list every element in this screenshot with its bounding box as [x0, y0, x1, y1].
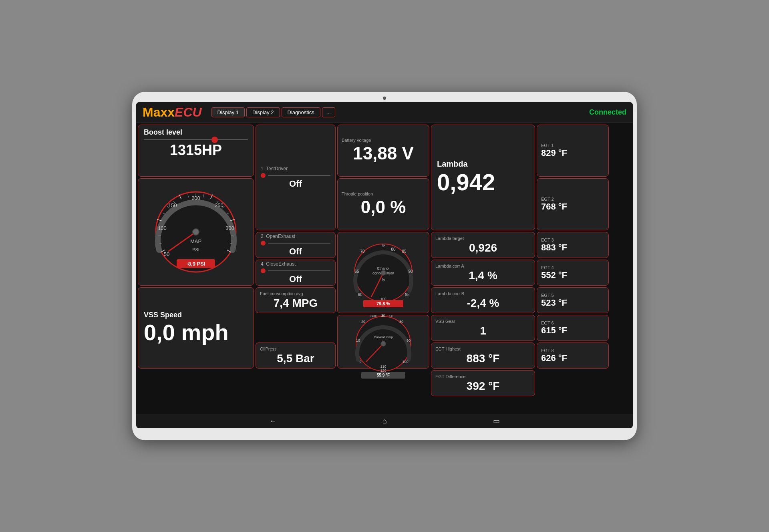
vss-speed-label: VSS Speed — [144, 311, 182, 319]
vss-gear-label: VSS Gear — [435, 319, 455, 324]
lambda-label: Lambda — [437, 159, 468, 169]
svg-text:79,8 %: 79,8 % — [376, 301, 390, 306]
svg-text:95: 95 — [405, 292, 410, 297]
boost-label: Boost level — [144, 128, 182, 137]
egt6-value: 615 °F — [541, 325, 567, 336]
egt5-value: 523 °F — [541, 298, 567, 308]
lambda-corr-a-value: 1,4 % — [469, 269, 497, 282]
vss-speed-value: 0,0 mph — [144, 319, 229, 345]
oil-press-label: OilPress — [260, 347, 277, 351]
connection-status: Connected — [589, 108, 626, 117]
egt5-widget: EGT 5 523 °F — [537, 287, 609, 313]
screen: MaxxECU Display 1 Display 2 Diagnostics … — [136, 102, 633, 428]
open-exhaust-track — [268, 243, 330, 244]
svg-text:PSI: PSI — [192, 247, 199, 252]
lambda-corr-b-value: -2,4 % — [467, 297, 499, 310]
test-driver-label: 1. TestDriver — [261, 166, 288, 171]
lambda-target-widget: Lambda target 0,926 — [431, 232, 535, 258]
lambda-corr-b-widget: Lambda corr B -2,4 % — [431, 287, 535, 313]
egt-diff-value: 392 °F — [467, 380, 500, 393]
vss-speed-widget: VSS Speed 0,0 mph — [138, 287, 254, 369]
tab-bar: Display 1 Display 2 Diagnostics ... — [211, 107, 335, 117]
egt-diff-label: EGT Difference — [435, 374, 465, 379]
egt8-label: EGT 8 — [541, 348, 554, 353]
map-gauge-widget: 50 100 150 200 250 300 MAP PSI — [138, 178, 254, 286]
coolant-gauge-widget: 0 10 20 30 40 50 60 70 80 90 100 110 120 — [337, 315, 429, 369]
open-exhaust-value: Off — [261, 246, 330, 257]
recent-button[interactable]: ▭ — [493, 417, 500, 425]
egt8-widget: EGT 8626 °F — [537, 343, 609, 369]
egt1-value: 829 °F — [541, 148, 567, 158]
egt-difference-widget: EGT Difference392 °F — [431, 370, 535, 396]
lambda-corr-a-widget: Lambda corr A 1,4 % — [431, 260, 535, 286]
nav-bar: ← ⌂ ▭ — [136, 414, 633, 428]
fuel-consumption-widget: Fuel consumption avg 7,4 MPG — [256, 287, 336, 313]
boost-widget: Boost level 1315HP — [138, 125, 254, 177]
svg-text:100: 100 — [158, 225, 167, 231]
tab-diagnostics[interactable]: Diagnostics — [282, 107, 320, 117]
throttle-value: 0,0 % — [361, 197, 406, 217]
svg-text:75: 75 — [381, 244, 386, 248]
home-button[interactable]: ⌂ — [382, 417, 387, 425]
egt4-value: 552 °F — [541, 270, 567, 280]
battery-label: Battery voltage — [342, 138, 371, 143]
svg-text:Coolant temp: Coolant temp — [374, 335, 393, 339]
svg-text:20: 20 — [361, 320, 365, 324]
svg-point-31 — [193, 229, 199, 235]
tab-display2[interactable]: Display 2 — [246, 107, 280, 117]
boost-value: 1315HP — [144, 142, 248, 159]
egt-highest-widget: EGT Highest 883 °F — [431, 343, 535, 369]
boost-slider-thumb — [211, 137, 218, 143]
egt1-widget: EGT 1 829 °F — [537, 125, 609, 177]
tab-display1[interactable]: Display 1 — [211, 107, 245, 117]
test-driver-value: Off — [261, 179, 330, 189]
svg-text:65: 65 — [354, 269, 359, 274]
camera — [383, 97, 386, 100]
svg-text:90: 90 — [407, 339, 411, 343]
logo-ecu: ECU — [175, 105, 202, 119]
test-driver-slider — [261, 173, 330, 178]
boost-slider — [144, 139, 248, 140]
svg-text:90: 90 — [408, 269, 413, 274]
lambda-value: 0,942 — [437, 169, 495, 195]
close-exhaust-slider — [261, 268, 330, 273]
logo-maxx: Maxx — [143, 105, 175, 119]
lambda-corr-b-label: Lambda corr B — [435, 291, 464, 296]
open-exhaust-label: 2. OpenExhaust — [261, 234, 295, 239]
map-gauge-svg: 50 100 150 200 250 300 MAP PSI — [152, 188, 240, 276]
svg-text:100: 100 — [402, 360, 408, 364]
coolant-gauge-svg: 0 10 20 30 40 50 60 70 80 90 100 110 120 — [353, 312, 413, 380]
open-exhaust-widget: 2. OpenExhaust Off — [256, 232, 336, 258]
throttle-widget: Throttle position 0,0 % — [337, 178, 429, 230]
egt4-widget: EGT 4 552 °F — [537, 260, 609, 286]
svg-text:50: 50 — [164, 251, 169, 257]
ethanol-gauge-svg: 60 65 70 75 80 85 90 95 100 Ethanol conc… — [351, 241, 415, 309]
dashboard-grid: Boost level 1315HP — [136, 123, 633, 414]
ethanol-gauge-container: 60 65 70 75 80 85 90 95 100 Ethanol conc… — [351, 241, 415, 305]
throttle-label: Throttle position — [342, 191, 373, 196]
close-exhaust-track — [268, 270, 330, 271]
svg-text:70: 70 — [381, 313, 385, 317]
close-exhaust-dot — [261, 268, 266, 273]
svg-text:Ethanol: Ethanol — [377, 266, 390, 270]
back-button[interactable]: ← — [269, 417, 276, 425]
boost-slider-track — [144, 139, 248, 140]
svg-text:150: 150 — [168, 202, 177, 208]
coolant-gauge-container: 0 10 20 30 40 50 60 70 80 90 100 110 120 — [353, 312, 413, 372]
lambda-corr-a-label: Lambda corr A — [435, 264, 464, 268]
test-driver-dot — [261, 173, 266, 178]
lambda-target-label: Lambda target — [435, 236, 464, 241]
svg-point-69 — [381, 341, 386, 346]
egt1-label: EGT 1 — [541, 143, 554, 148]
svg-text:50: 50 — [389, 314, 393, 318]
open-exhaust-slider — [261, 241, 330, 246]
tab-more[interactable]: ... — [322, 107, 335, 117]
svg-text:-8,9 PSI: -8,9 PSI — [187, 261, 205, 267]
battery-voltage-widget: Battery voltage 13,88 V — [337, 125, 429, 177]
egt2-label: EGT 2 — [541, 197, 554, 202]
ethanol-gauge-widget: 60 65 70 75 80 85 90 95 100 Ethanol conc… — [337, 232, 429, 313]
svg-text:250: 250 — [215, 202, 223, 208]
close-exhaust-label: 4. CloseExhaust — [261, 261, 296, 267]
lambda-target-value: 0,926 — [469, 242, 497, 254]
egt3-value: 883 °F — [541, 242, 567, 253]
